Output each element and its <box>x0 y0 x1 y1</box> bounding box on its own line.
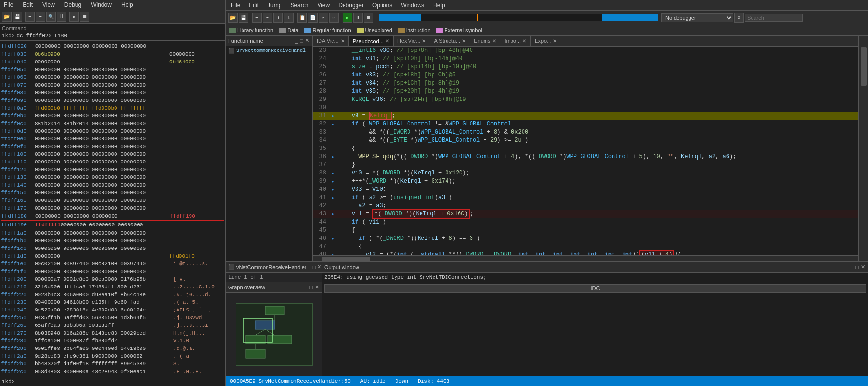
output-maximize[interactable]: □ <box>855 264 860 270</box>
idc-button[interactable]: IDC <box>324 284 866 293</box>
toolbar-paste-right[interactable]: 📄 <box>308 13 318 23</box>
table-row[interactable]: ffdff070 00000000 00000000 00000000 0000… <box>1 81 224 89</box>
menu-view-right[interactable]: View <box>315 1 332 9</box>
function-item[interactable]: ⬛ SrvNetCommonReceiveHandl <box>227 47 311 54</box>
table-row[interactable]: ffdff280 1ffca100 1000037f fb300fd2 v.1.… <box>1 337 224 345</box>
menu-file-left[interactable]: File <box>2 1 15 9</box>
toolbar-hex-btn[interactable]: H <box>57 12 66 22</box>
table-row[interactable]: ffdff120 00000000 00000000 00000000 0000… <box>1 166 224 174</box>
menu-edit-left[interactable]: Edit <box>21 1 35 9</box>
search-input[interactable] <box>745 14 803 22</box>
table-row[interactable]: ffdff220 0023b9c3 306a0000 d98ea10f 8b64… <box>1 291 224 299</box>
functions-close-btn[interactable]: ✕ <box>304 37 310 44</box>
tab-exports[interactable]: Expo... ✕ <box>531 36 561 46</box>
call-panel-close[interactable]: ✕ <box>316 264 322 270</box>
table-row[interactable]: ffdff260 65affca3 38b3b6a c03133ff .j...… <box>1 322 224 329</box>
debugger-select[interactable]: No debugger <box>661 13 733 22</box>
menu-debug-left[interactable]: Debug <box>63 1 83 9</box>
tab-imports[interactable]: Impo... ✕ <box>500 36 531 46</box>
table-row[interactable]: ffdff210 32f0d000 dfffca3 17438dff 300fd… <box>1 283 224 291</box>
tab-enums-close[interactable]: ✕ <box>492 38 496 44</box>
table-row[interactable]: ffdff2b0 bb48320f d4f00f18 ffffffff 8904… <box>1 360 224 368</box>
tab-exports-close[interactable]: ✕ <box>553 38 557 44</box>
table-row[interactable]: ffdff0a0 ffd000b0 ffffffff ffd000b0 ffff… <box>1 104 224 112</box>
functions-list[interactable]: ⬛ SrvNetCommonReceiveHandl <box>226 46 312 261</box>
tab-ida-view[interactable]: IDA Vie... ✕ <box>313 36 349 46</box>
right-scrollbar[interactable] <box>858 36 868 261</box>
table-row[interactable]: ffdff230 00400000 04618b00 c135ff 9c60ff… <box>1 299 224 306</box>
hex-row-ffdff050[interactable]: ffdff050 00000000 00000000 00000000 0000… <box>1 66 224 74</box>
table-row[interactable]: ffdff1b0 00000000 00000000 00000000 0000… <box>1 237 224 245</box>
menu-help-left[interactable]: Help <box>119 1 135 9</box>
command-text[interactable]: dc ffdff020 L100 <box>16 33 67 38</box>
table-row[interactable]: ffdff240 9c522a00 c2830f6a 4c809d08 6a00… <box>1 306 224 314</box>
table-row[interactable]: ffdff0b0 00000000 00000000 00000000 0000… <box>1 112 224 120</box>
menu-windows-right[interactable]: Windows <box>399 1 426 9</box>
menu-file-right[interactable]: File <box>229 1 242 9</box>
toolbar-undo-right[interactable]: ↩ <box>329 13 339 23</box>
menu-search-right[interactable]: Search <box>288 1 310 9</box>
hex-row-ffdff030[interactable]: ffdff030 0b6b0900 00000000 0b464000 0000… <box>1 50 224 58</box>
toolbar-stop-right[interactable]: ⏹ <box>364 13 373 23</box>
functions-minimize-btn[interactable]: _ <box>294 38 299 44</box>
table-row[interactable]: ffdff150 00000000 00000000 00000000 0000… <box>1 189 224 197</box>
graph-overview-minimize[interactable]: _ <box>304 285 308 290</box>
hex-row-ffdff180[interactable]: ffdff180 00000000 00000000 00000000 ffdf… <box>1 212 224 221</box>
table-row[interactable]: ffdff200 000000a7 0001e8c3 90eb0000 0176… <box>1 275 224 283</box>
graph-overview-maximize[interactable]: □ <box>308 285 314 290</box>
tab-pseudocode-close[interactable]: ✕ <box>385 38 389 44</box>
scrollbar-thumb[interactable] <box>861 47 867 86</box>
table-row[interactable]: ffdff250 0435ff1b 6afffd03 56335500 1d8b… <box>1 314 224 322</box>
menu-view-left[interactable]: View <box>40 1 57 9</box>
table-row[interactable]: ffdff100 00000000 00000000 00000000 0000… <box>1 150 224 158</box>
table-row[interactable]: ffdff160 00000000 00000000 00000000 0000… <box>1 197 224 204</box>
hex-row-ffdff040[interactable]: ffdff040 00000000 0b464000 00000000 0000… <box>1 58 224 66</box>
code-scrollbar-h[interactable] <box>313 255 858 261</box>
table-row[interactable]: ffdff140 00000000 00000000 00000000 0000… <box>1 181 224 189</box>
toolbar-save-right[interactable]: 💾 <box>239 13 248 23</box>
toolbar-fwd-right[interactable]: ➡ <box>263 13 272 23</box>
menu-window-left[interactable]: Window <box>89 1 114 9</box>
toolbar-cut-right[interactable]: ✂ <box>319 13 328 23</box>
toolbar-save-btn[interactable]: 💾 <box>13 12 22 22</box>
table-row[interactable]: ffdff090 00000000 00000000 00000000 0000… <box>1 97 224 104</box>
table-row[interactable]: ffdff2a0 9d28ec83 efe9c361 b9000000 c000… <box>1 352 224 360</box>
call-panel-maximize[interactable]: □ <box>311 264 317 270</box>
toolbar-stop-btn[interactable]: ⏹ <box>80 12 89 22</box>
toolbar-settings-right[interactable]: ⚙ <box>734 13 744 23</box>
toolbar-search-btn[interactable]: 🔍 <box>46 12 56 22</box>
toolbar-jump-btn[interactable]: ⬅ <box>25 12 35 22</box>
menu-debugger-right[interactable]: Debugger <box>336 1 366 9</box>
scroll-thumb[interactable] <box>322 257 370 261</box>
table-row[interactable]: ffdff1f0 00000000 00000000 00000000 0000… <box>1 268 224 275</box>
table-row[interactable]: ffdff1d0 00000000 ffd001f0 00000000 ffd0… <box>1 252 224 260</box>
toolbar-back-right[interactable]: ⬅ <box>252 13 262 23</box>
toolbar-down-right[interactable]: ⬇ <box>284 13 294 23</box>
toolbar-open-btn[interactable]: 📂 <box>2 12 12 22</box>
table-row[interactable]: ffdff110 00000000 00000000 00000000 0000… <box>1 158 224 166</box>
toolbar-open-right[interactable]: 📂 <box>228 13 238 23</box>
table-row[interactable]: ffdff2c0 058d4803 0000000a 48c28948 0f20… <box>1 368 224 375</box>
toolbar-run-btn[interactable]: ▶ <box>69 12 79 22</box>
table-row[interactable]: ffdff290 0001ffe8 8b64fa00 0004400d 0461… <box>1 345 224 352</box>
nav-progress-bar[interactable] <box>379 14 658 21</box>
table-row[interactable]: ffdff0c0 881b2014 881b2014 00000000 0000… <box>1 120 224 127</box>
table-row[interactable]: ffdff0f0 00000000 00000000 00000000 0000… <box>1 143 224 150</box>
menu-jump-right[interactable]: Jump <box>266 1 283 9</box>
output-close[interactable]: ✕ <box>860 264 866 270</box>
output-minimize[interactable]: _ <box>850 264 855 270</box>
tab-structures[interactable]: A Structu... ✕ <box>430 36 470 46</box>
table-row[interactable]: ffdff1a0 00000000 00000000 00000000 0000… <box>1 229 224 237</box>
table-row[interactable]: ffdff130 00000000 00000000 00000000 0000… <box>1 174 224 181</box>
tab-hex-view[interactable]: Hex Vie... ✕ <box>394 36 431 46</box>
call-panel-minimize[interactable]: _ <box>306 264 311 270</box>
table-row[interactable]: ffdff1c0 00000000 00000000 00000000 0000… <box>1 245 224 252</box>
toolbar-up-right[interactable]: ⬆ <box>273 13 283 23</box>
hex-row-ffdff020[interactable]: ffdff020 00000000 00000000 00000003 0000… <box>1 42 224 50</box>
table-row[interactable]: ffdff0e0 00000000 00000000 00000000 0000… <box>1 135 224 143</box>
table-row[interactable]: ffdff1e0 00c02100 00897490 00c02100 0089… <box>1 260 224 268</box>
table-row[interactable]: ffdff0d0 00000000 00000000 00000000 0000… <box>1 127 224 135</box>
functions-maximize-btn[interactable]: □ <box>299 38 304 44</box>
code-view[interactable]: 23 __int16 v30; // [sp+8h] [bp-48h]@40 2… <box>313 47 858 255</box>
menu-help-right[interactable]: Help <box>431 1 447 9</box>
